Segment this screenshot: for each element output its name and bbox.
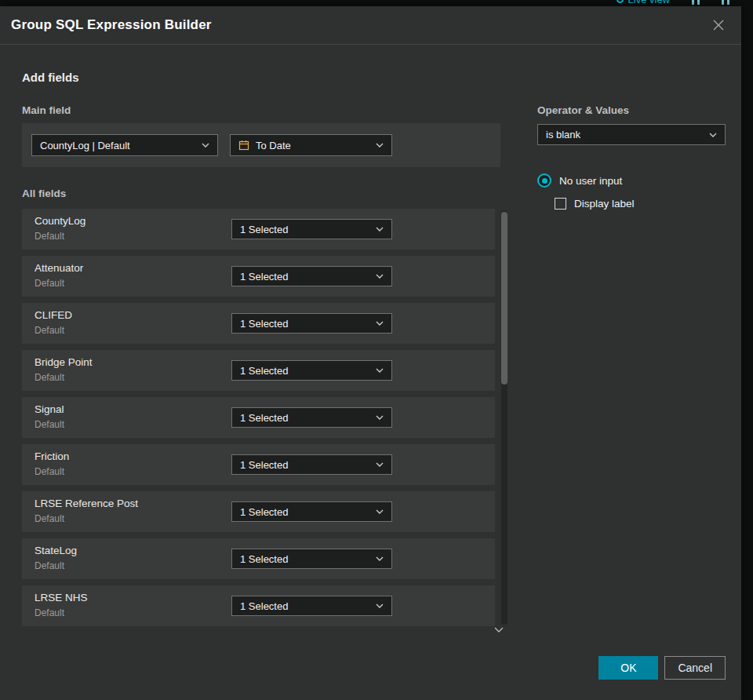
dialog-title: Group SQL Expression Builder xyxy=(11,17,212,33)
fields-column: Main field CountyLog | Default xyxy=(22,104,518,633)
field-selection-value: 1 Selected xyxy=(240,318,288,330)
dialog-content: Add fields Main field CountyLog | Defaul… xyxy=(0,45,741,700)
checkbox-unchecked-icon[interactable] xyxy=(555,198,566,210)
field-selection-value: 1 Selected xyxy=(240,365,288,377)
chevron-down-icon xyxy=(376,509,384,514)
field-selection-dropdown[interactable]: 1 Selected xyxy=(231,360,392,381)
field-selection-value: 1 Selected xyxy=(240,271,288,283)
toolbar-bars-icon xyxy=(692,0,700,5)
field-selection-value: 1 Selected xyxy=(240,600,288,612)
calendar-icon xyxy=(238,140,249,151)
group-sql-expression-builder-dialog: Group SQL Expression Builder Add fields … xyxy=(0,6,741,700)
field-selection-value: 1 Selected xyxy=(240,412,288,424)
app-toolbar-clipped: Live view xyxy=(617,0,729,6)
close-icon xyxy=(712,19,725,31)
chevron-down-icon xyxy=(376,462,384,467)
chevron-down-icon xyxy=(376,556,384,561)
field-selection-value: 1 Selected xyxy=(240,553,288,565)
field-row-countylog: CountyLog Default 1 Selected xyxy=(22,209,495,250)
dialog-footer: OK Cancel xyxy=(598,656,726,680)
field-row-friction: Friction Default 1 Selected xyxy=(22,444,495,485)
operator-values-column: Operator & Values is blank No user input… xyxy=(518,104,726,633)
field-row-lrse-nhs: LRSE NHS Default 1 Selected xyxy=(22,585,495,626)
chevron-down-icon xyxy=(376,368,384,373)
field-selection-dropdown[interactable]: 1 Selected xyxy=(231,454,392,475)
field-selection-dropdown[interactable]: 1 Selected xyxy=(231,313,392,334)
field-row-clifed: CLIFED Default 1 Selected xyxy=(22,303,495,344)
field-selection-value: 1 Selected xyxy=(240,459,288,471)
field-row-signal: Signal Default 1 Selected xyxy=(22,397,495,438)
field-row-lrse-reference-post: LRSE Reference Post Default 1 Selected xyxy=(22,491,495,532)
field-row-statelog: StateLog Default 1 Selected xyxy=(22,538,495,579)
operator-dropdown-value: is blank xyxy=(546,129,580,140)
live-view-icon xyxy=(617,0,624,3)
display-label-label: Display label xyxy=(574,198,635,210)
date-type-dropdown-value: To Date xyxy=(256,140,291,151)
chevron-down-icon xyxy=(202,143,209,148)
field-selection-dropdown[interactable]: 1 Selected xyxy=(231,219,392,239)
ok-button[interactable]: OK xyxy=(598,656,658,680)
chevron-down-icon xyxy=(376,143,384,148)
close-button[interactable] xyxy=(707,13,730,37)
field-selection-dropdown[interactable]: 1 Selected xyxy=(231,501,392,522)
display-label-checkbox-row[interactable]: Display label xyxy=(555,198,726,210)
main-field-panel: CountyLog | Default xyxy=(22,123,500,167)
all-fields-list: CountyLog Default 1 Selected Attenuator … xyxy=(22,209,518,626)
field-row-attenuator: Attenuator Default 1 Selected xyxy=(22,256,495,297)
main-field-dropdown[interactable]: CountyLog | Default xyxy=(31,134,218,156)
field-selection-value: 1 Selected xyxy=(240,224,288,235)
chevron-down-icon xyxy=(709,133,717,137)
main-field-label: Main field xyxy=(22,104,518,116)
radio-selected-icon xyxy=(537,173,551,188)
scrollbar-thumb[interactable] xyxy=(501,212,507,385)
date-type-dropdown[interactable]: To Date xyxy=(230,134,392,156)
field-selection-dropdown[interactable]: 1 Selected xyxy=(231,596,392,616)
no-user-input-radio[interactable]: No user input xyxy=(537,173,726,188)
add-fields-heading: Add fields xyxy=(22,45,719,84)
fields-list-scrollbar[interactable] xyxy=(501,210,507,625)
scroll-down-button[interactable] xyxy=(491,625,507,634)
chevron-down-icon xyxy=(376,274,384,279)
chevron-down-icon xyxy=(376,603,384,608)
chevron-down-icon xyxy=(494,627,504,633)
dialog-header: Group SQL Expression Builder xyxy=(0,6,741,45)
cancel-button[interactable]: Cancel xyxy=(664,656,726,680)
field-row-bridge-point: Bridge Point Default 1 Selected xyxy=(22,350,495,391)
app-backdrop: Live view xyxy=(0,0,753,6)
toolbar-bars-icon-2 xyxy=(722,0,729,5)
no-user-input-label: No user input xyxy=(559,175,622,187)
chevron-down-icon xyxy=(376,415,384,420)
field-selection-dropdown[interactable]: 1 Selected xyxy=(231,549,392,569)
live-view-label: Live view xyxy=(628,0,670,5)
operator-values-label: Operator & Values xyxy=(537,104,726,116)
field-selection-value: 1 Selected xyxy=(240,506,288,518)
operator-dropdown[interactable]: is blank xyxy=(537,124,726,145)
field-selection-dropdown[interactable]: 1 Selected xyxy=(231,266,392,286)
chevron-down-icon xyxy=(376,227,384,232)
field-selection-dropdown[interactable]: 1 Selected xyxy=(231,407,392,428)
chevron-down-icon xyxy=(376,321,384,326)
main-field-dropdown-value: CountyLog | Default xyxy=(40,140,130,151)
all-fields-label: All fields xyxy=(22,188,518,199)
